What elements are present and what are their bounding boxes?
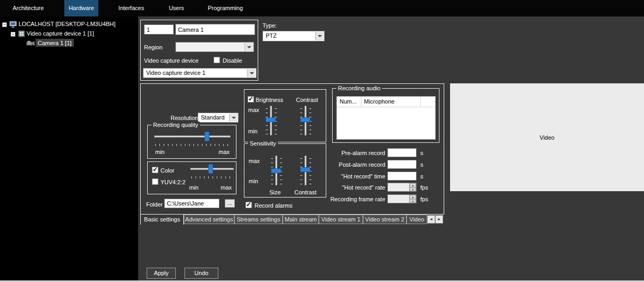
camera-number-field[interactable] (144, 24, 174, 35)
expander-icon[interactable]: − (11, 32, 15, 37)
recording-audio-group: Recording audio Num... Microphone (332, 88, 439, 143)
color-group: Color YUV4:2:2 min max (147, 161, 236, 194)
spin-up-icon[interactable]: ▲ (410, 183, 416, 187)
slider-thumb[interactable] (271, 168, 281, 173)
max-label: max (221, 184, 232, 191)
slider-thumb[interactable] (208, 164, 213, 174)
camera-name-field[interactable] (175, 24, 255, 35)
post-alarm-record-label: Post-alarm record (311, 161, 385, 168)
spin-down-icon[interactable]: ▼ (410, 199, 416, 203)
apply-button[interactable]: Apply (147, 268, 176, 279)
column-header-num[interactable]: Num... (337, 97, 361, 107)
slider-ticks (155, 144, 230, 146)
column-header-microphone[interactable]: Microphone (361, 97, 421, 107)
region-label: Region (144, 44, 163, 50)
contrast-slider[interactable] (299, 106, 312, 135)
expander-icon[interactable]: − (2, 22, 7, 27)
yuv-checkbox[interactable] (152, 178, 158, 185)
brightness-checkbox[interactable] (248, 96, 254, 102)
chevron-down-icon[interactable] (244, 43, 253, 51)
brightness-label: Brightness (256, 97, 283, 103)
folder-input[interactable] (164, 199, 219, 208)
capture-device-label: Video capture device (144, 57, 199, 64)
spin-up-icon[interactable]: ▲ (410, 195, 416, 199)
capture-device-dropdown[interactable]: Video capture device 1 (143, 68, 257, 78)
chevron-down-icon[interactable] (315, 32, 324, 40)
capture-device-icon (18, 30, 26, 37)
sensitivity-size-slider[interactable] (270, 156, 283, 185)
tab-streams-settings[interactable]: Streams settings (234, 215, 283, 224)
min-label: min (249, 178, 258, 184)
pre-alarm-record-label: Pre-alarm record (311, 150, 385, 156)
slider-thumb[interactable] (205, 132, 209, 141)
brightness-contrast-group: Brightness Contrast max min (244, 89, 326, 142)
tab-basic-settings[interactable]: Basic settings (140, 214, 184, 225)
color-checkbox[interactable] (152, 167, 158, 173)
tab-video-truncated[interactable]: Video (406, 215, 427, 224)
recording-audio-title: Recording audio (336, 85, 382, 91)
type-value: PTZ (266, 32, 277, 39)
tab-hardware[interactable]: Hardware (64, 0, 98, 16)
slider-ticks (191, 176, 233, 178)
slider-thumb[interactable] (300, 167, 310, 172)
slider-thumb[interactable] (266, 117, 276, 122)
slider-thumb[interactable] (300, 117, 310, 122)
slider-track (154, 135, 231, 138)
post-alarm-record-input[interactable] (387, 160, 417, 169)
tab-main-stream[interactable]: Main stream (283, 215, 319, 224)
tree-item-capture-device[interactable]: Video capture device 1 [1] (27, 30, 94, 38)
tree-item-camera[interactable]: Camera 1 [1] (36, 39, 74, 47)
video-preview-panel[interactable]: Video (450, 83, 644, 191)
computer-icon (10, 21, 17, 28)
tab-scroll-left-icon[interactable]: ◄ (427, 215, 435, 224)
folder-label: Folder (146, 201, 163, 208)
brightness-slider[interactable] (265, 106, 277, 135)
chevron-down-icon[interactable] (247, 69, 256, 77)
tab-video-stream-2[interactable]: Video stream 2 (363, 215, 406, 224)
size-label: Size (269, 189, 281, 195)
device-tree-panel: − LOCALHOST [DESKTOP-LM3U4BH] − Video ca… (0, 16, 138, 280)
tab-users[interactable]: Users (165, 0, 188, 16)
resolution-value: Standard (201, 114, 225, 121)
basic-settings-group: Resolution Standard Recording quality mi… (140, 83, 444, 215)
sensitivity-contrast-slider[interactable] (299, 156, 312, 185)
audio-table[interactable]: Num... Microphone (336, 96, 436, 140)
recording-frame-rate-unit: fps (420, 196, 428, 202)
pre-alarm-record-input[interactable] (387, 148, 417, 157)
max-label: max (249, 158, 260, 164)
resolution-dropdown[interactable]: Standard (198, 113, 239, 123)
tab-scroll-right-icon[interactable]: ► (435, 215, 443, 224)
video-preview-label: Video (450, 134, 644, 141)
color-slider[interactable] (190, 163, 234, 181)
min-label: min (189, 184, 199, 191)
recording-frame-rate-label: Recording frame rate (311, 196, 385, 202)
tree-item-localhost[interactable]: LOCALHOST [DESKTOP-LM3U4BH] (19, 20, 115, 28)
tab-video-stream-1[interactable]: Video stream 1 (319, 215, 363, 224)
recording-quality-group: Recording quality min max (147, 125, 236, 159)
type-dropdown[interactable]: PTZ (262, 31, 325, 41)
max-label: max (248, 107, 259, 113)
audio-table-header: Num... Microphone (337, 97, 435, 107)
recording-frame-rate-spinner[interactable]: ▲ ▼ (387, 194, 417, 203)
application-window: Architecture Hardware Interfaces Users P… (0, 0, 644, 282)
hot-record-time-input[interactable] (387, 172, 417, 181)
tab-interfaces[interactable]: Interfaces (114, 0, 149, 16)
spin-down-icon[interactable]: ▼ (410, 187, 416, 192)
top-nav-bar: Architecture Hardware Interfaces Users P… (0, 0, 644, 16)
chevron-down-icon[interactable] (229, 114, 238, 122)
post-alarm-record-unit: s (420, 161, 423, 168)
hot-record-rate-spinner[interactable]: ▲ ▼ (387, 183, 417, 192)
tab-architecture[interactable]: Architecture (6, 0, 50, 16)
recording-quality-slider[interactable] (154, 131, 231, 149)
tab-advanced-settings[interactable]: Advanced settings (184, 215, 234, 224)
record-alarms-checkbox[interactable] (245, 202, 252, 208)
camera-identity-group: Region Video capture device Disable Vide… (140, 20, 258, 81)
tab-programming[interactable]: Programming (204, 0, 247, 16)
camera-icon (27, 40, 34, 47)
record-alarms-label: Record alarms (255, 202, 293, 209)
max-label: max (218, 149, 230, 155)
browse-button[interactable]: ... (225, 199, 235, 208)
region-dropdown[interactable] (175, 42, 254, 52)
disable-checkbox[interactable] (214, 57, 220, 63)
undo-button[interactable]: Undo (184, 268, 218, 279)
